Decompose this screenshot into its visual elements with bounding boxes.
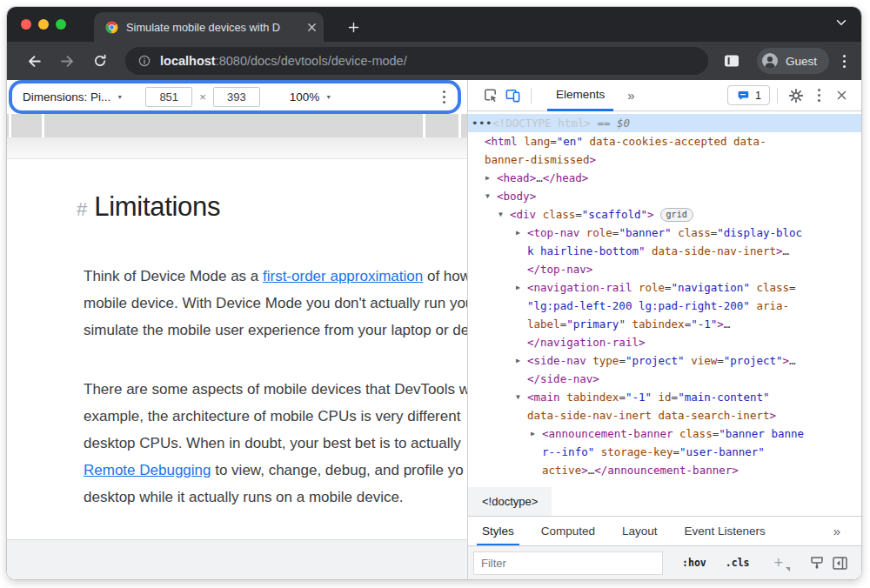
side-panel-icon[interactable]	[720, 50, 743, 72]
dom-tree-node[interactable]: <html lang="en" data-cookies-accepted da…	[468, 132, 861, 169]
tab-close-icon[interactable]	[307, 23, 317, 32]
disclosure-expanded-icon[interactable]: ▼	[485, 187, 497, 205]
disclosure-expanded-icon[interactable]: ▼	[499, 205, 510, 224]
text-segment: >	[581, 464, 588, 477]
dom-node-markup: <navigation-rail role="navigation" class…	[527, 278, 861, 351]
address-bar[interactable]: localhost:8080/docs/devtools/device-mode…	[125, 47, 708, 75]
profile-chip[interactable]: Guest	[757, 48, 829, 74]
tab-styles[interactable]: Styles	[480, 517, 516, 545]
dom-tree-node[interactable]: •••<!DOCTYPE html> == $0	[468, 114, 861, 132]
close-devtools-icon[interactable]	[830, 84, 853, 107]
text-segment: >	[717, 317, 724, 331]
toggle-element-state-button[interactable]: :hov	[682, 557, 706, 569]
text-segment: "scaffold"	[582, 208, 647, 221]
disclosure-collapsed-icon[interactable]: ▶	[516, 224, 527, 242]
text-segment: "-1"	[691, 317, 717, 331]
forward-button[interactable]	[56, 50, 78, 72]
more-tabs-button[interactable]: »	[619, 88, 643, 103]
styles-filter-input[interactable]	[473, 551, 663, 575]
tab-computed[interactable]: Computed	[539, 517, 597, 545]
tab-layout[interactable]: Layout	[620, 517, 659, 545]
tab-event-listeners[interactable]: Event Listeners	[683, 517, 767, 545]
text-segment: <announcement-banner	[542, 427, 673, 440]
traffic-light-close[interactable]	[21, 19, 31, 30]
disclosure-collapsed-icon[interactable]: ▶	[516, 351, 527, 370]
breadcrumb: <!doctype>	[468, 487, 861, 517]
chevron-down-icon: ▼	[117, 94, 123, 100]
element-classes-button[interactable]: .cls	[726, 557, 750, 569]
settings-gear-icon[interactable]	[785, 84, 807, 107]
text-segment: =	[717, 354, 724, 367]
heading-anchor-hash[interactable]: #	[77, 198, 87, 221]
devtools-panel: Elements » 1 •••<!DOCTYPE html> ==	[467, 80, 861, 579]
site-info-icon[interactable]	[137, 54, 151, 68]
issues-badge[interactable]: 1	[727, 85, 770, 105]
page-link[interactable]: Remote Debugging	[84, 462, 211, 478]
heading-text: Limitations	[94, 191, 220, 223]
browser-tab[interactable]: Simulate mobile devices with D	[94, 12, 324, 42]
disclosure-collapsed-icon[interactable]: ▶	[516, 278, 527, 297]
text-segment: storage-key	[594, 445, 673, 458]
page-paragraph: Think of Device Mode as a first-order ap…	[84, 263, 467, 344]
breadcrumb-item[interactable]: <!doctype>	[468, 487, 552, 516]
rendered-page: # Limitations Think of Device Mode as a …	[7, 160, 467, 539]
grid-badge[interactable]: grid	[660, 208, 693, 222]
toggle-sidebar-icon[interactable]	[828, 551, 851, 574]
back-button[interactable]	[23, 50, 45, 72]
disclosure-collapsed-icon[interactable]: ▶	[531, 424, 542, 443]
traffic-light-zoom[interactable]	[56, 19, 66, 30]
inspect-element-icon[interactable]	[478, 84, 501, 107]
text-segment: id	[652, 391, 672, 404]
dimensions-dropdown[interactable]: Dimensions: Pi...▼	[23, 90, 123, 104]
dom-tree-node[interactable]: ▶<head>…</head>	[468, 169, 861, 187]
text-segment: class	[536, 208, 575, 221]
dom-tree-node[interactable]: ▶<side-nav type="project" view="project"…	[468, 351, 861, 388]
profile-label: Guest	[786, 55, 817, 68]
browser-menu-button[interactable]	[840, 51, 849, 71]
text-segment: <head>	[497, 171, 536, 184]
viewport-width-input[interactable]	[145, 87, 192, 107]
brush-icon[interactable]	[806, 551, 828, 574]
reload-button[interactable]	[89, 50, 111, 72]
text-segment: <div	[510, 208, 536, 221]
dom-tree-node[interactable]: ▼<div class="scaffold">grid	[468, 205, 861, 224]
device-toolbar-toggle-icon[interactable]	[501, 84, 524, 107]
text-segment: "project"	[724, 354, 783, 367]
dom-tree-node[interactable]: ▶<announcement-banner class="banner bann…	[468, 424, 861, 479]
tab-search-chevron-icon[interactable]	[834, 16, 848, 33]
text-segment: type	[586, 354, 619, 367]
text-segment: class	[750, 281, 789, 294]
text-segment: role	[579, 226, 612, 239]
text-segment: >	[783, 354, 790, 367]
page-link[interactable]: first-order approximation	[263, 268, 423, 284]
dom-tree-node[interactable]: ▼<body>	[468, 187, 861, 205]
text-segment: …	[724, 317, 731, 331]
traffic-light-minimize[interactable]	[38, 19, 49, 30]
device-toolbar-menu-button[interactable]	[439, 87, 449, 107]
devtools-menu-button[interactable]	[807, 84, 830, 107]
text-segment: "en"	[557, 135, 583, 148]
tab-elements[interactable]: Elements	[542, 80, 619, 111]
disclosure-expanded-icon[interactable]: ▼	[516, 388, 527, 406]
text-segment: tabindex	[560, 391, 619, 404]
text-segment: =	[789, 281, 796, 294]
text-segment: =	[550, 135, 557, 148]
viewport-height-input[interactable]	[213, 87, 260, 107]
more-panel-tabs-button[interactable]: »	[825, 517, 849, 545]
new-style-rule-button[interactable]: +	[770, 554, 786, 572]
dom-tree-node[interactable]: ▶<navigation-rail role="navigation" clas…	[468, 278, 861, 351]
text-segment: "-1"	[626, 391, 652, 404]
text-segment: == $0	[591, 117, 630, 130]
text-segment: lang	[518, 135, 551, 148]
new-tab-button[interactable]	[341, 15, 365, 39]
text-segment: <!DOCTYPE html>	[492, 117, 591, 130]
zoom-dropdown[interactable]: 100%▼	[290, 90, 331, 104]
styles-panel-tabs: StylesComputedLayoutEvent Listeners»	[468, 517, 861, 546]
dom-tree-node[interactable]: ▶<top-nav role="banner" class="display-b…	[468, 224, 861, 278]
disclosure-collapsed-icon[interactable]: ▶	[485, 169, 497, 187]
dom-tree-node[interactable]: ▼<main tabindex="-1" id="main-content" d…	[468, 388, 861, 424]
text-segment: "main-content"	[678, 391, 769, 404]
text-segment: role	[632, 281, 665, 294]
text-segment: tabindex	[626, 317, 685, 331]
text-segment: <main	[527, 391, 560, 404]
